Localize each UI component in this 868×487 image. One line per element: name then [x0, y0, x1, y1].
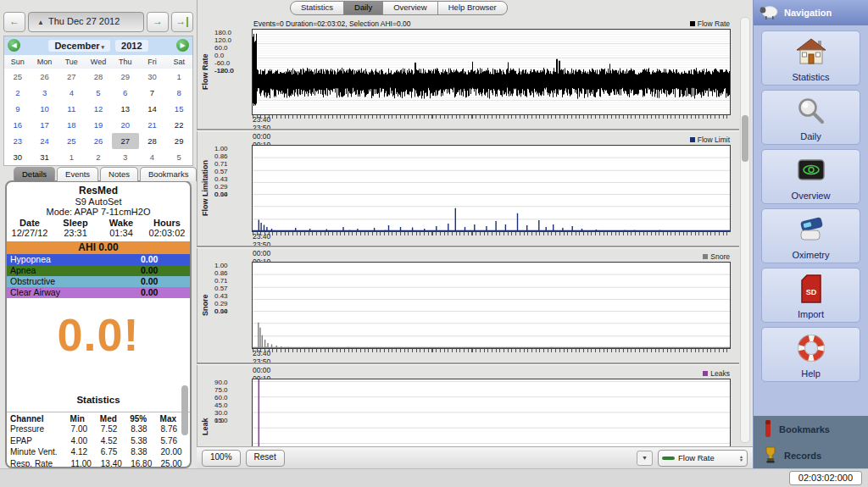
session-header: Date	[7, 218, 53, 228]
tab-overview[interactable]: Overview	[382, 1, 438, 15]
calendar-day[interactable]: 7	[139, 85, 166, 101]
weekday-label: Sat	[165, 55, 192, 69]
calendar-day[interactable]: 6	[112, 85, 139, 101]
calendar-day[interactable]: 15	[165, 101, 192, 117]
calendar-day[interactable]: 28	[139, 133, 166, 149]
prev-day-button[interactable]: ←	[3, 12, 25, 32]
month-select[interactable]: December	[48, 40, 110, 52]
calendar-day[interactable]: 4	[139, 149, 166, 165]
graph-line-swatch-icon	[662, 457, 675, 460]
calendar-day[interactable]: 1	[58, 149, 85, 165]
calendar-day[interactable]: 4	[58, 85, 85, 101]
calendar-day[interactable]: 31	[31, 149, 58, 165]
details-scrollbar-thumb[interactable]	[181, 385, 188, 435]
x-tick-label: 23:40	[253, 349, 730, 357]
calendar-day[interactable]: 13	[112, 101, 139, 117]
prev-month-icon[interactable]: ◀	[8, 39, 20, 52]
tab-bookmarks[interactable]: Bookmarks	[140, 167, 198, 181]
calendar-day[interactable]: 12	[85, 101, 112, 117]
calendar-day[interactable]: 14	[139, 101, 166, 117]
calendar-day[interactable]: 27	[58, 69, 85, 85]
calendar-day[interactable]: 9	[4, 101, 31, 117]
calendar-day[interactable]: 29	[165, 133, 192, 149]
sd-card-icon: SD	[800, 268, 822, 309]
date-field[interactable]: ▲Thu Dec 27 2012	[28, 12, 144, 32]
calendar-day[interactable]: 24	[31, 133, 58, 149]
nav-button-label: Oximetry	[793, 250, 830, 260]
year-select[interactable]: 2012	[115, 40, 147, 52]
stats-value: 7.00	[70, 423, 100, 434]
sidebar-sections: BookmarksRecords	[754, 416, 868, 468]
calendar-day[interactable]: 25	[4, 69, 31, 85]
calendar-day[interactable]: 19	[85, 117, 112, 133]
chart-plot[interactable]	[252, 145, 731, 232]
calendar-day[interactable]: 16	[4, 117, 31, 133]
graphs-scrollbar-thumb[interactable]	[742, 115, 748, 162]
latest-day-button[interactable]: →|	[171, 12, 193, 32]
nav-button-oximetry[interactable]: Oximetry	[761, 208, 860, 263]
section-bookmarks[interactable]: Bookmarks	[754, 416, 868, 442]
chart-plot[interactable]	[252, 29, 731, 115]
calendar-day[interactable]: 2	[85, 149, 112, 165]
nav-button-statistics[interactable]: Statistics	[761, 30, 860, 86]
graphs-scrollbar[interactable]	[740, 17, 750, 443]
calendar-day[interactable]: 25	[58, 133, 85, 149]
nav-button-overview[interactable]: Overview	[761, 149, 860, 204]
machine-mode: Mode: APAP 7-11cmH2O	[7, 207, 190, 217]
calendar-day[interactable]: 28	[85, 69, 112, 85]
tab-statistics[interactable]: Statistics	[290, 1, 344, 15]
stats-col-header: Channel	[7, 414, 70, 423]
stats-value: 8.38	[130, 423, 159, 434]
calendar-day[interactable]: 11	[58, 101, 85, 117]
calendar-day[interactable]: 8	[165, 85, 192, 101]
calendar-day[interactable]: 20	[112, 117, 139, 133]
tab-daily[interactable]: Daily	[343, 1, 383, 15]
calendar-day[interactable]: 10	[31, 101, 58, 117]
calendar-day[interactable]: 2	[4, 85, 31, 101]
calendar-day[interactable]: 21	[139, 117, 166, 133]
session-duration-readout: 02:03:02:000	[789, 471, 862, 485]
nav-button-import[interactable]: SDImport	[761, 268, 860, 323]
zoom-100-button[interactable]: 100%	[202, 450, 241, 467]
tab-help-browser[interactable]: Help Browser	[437, 1, 508, 15]
reset-button[interactable]: Reset	[246, 450, 285, 467]
graph-filter-dropdown-icon[interactable]: ▼	[637, 451, 653, 466]
tab-details[interactable]: Details	[14, 167, 55, 181]
calendar-day[interactable]: 29	[112, 69, 139, 85]
calendar-day[interactable]: 26	[31, 69, 58, 85]
monitor-eye-icon	[796, 150, 826, 191]
chart-plot[interactable]	[252, 262, 731, 349]
y-tick-label: 120.0	[214, 36, 252, 44]
detail-tabs: DetailsEventsNotesBookmarks	[14, 167, 197, 181]
calendar-day[interactable]: 3	[112, 149, 139, 165]
calendar-day[interactable]: 27	[112, 133, 139, 149]
stats-value: 4.52	[100, 435, 130, 446]
calendar-day[interactable]: 1	[165, 69, 192, 85]
calendar-day[interactable]: 17	[31, 117, 58, 133]
date-label: Thu Dec 27 2012	[48, 16, 120, 26]
chart-body: Flow Rate180.0120.060.00.0-60.0-120.0-18…	[201, 29, 731, 115]
calendar-day[interactable]: 22	[165, 117, 192, 133]
chart-legend: Leaks	[703, 369, 730, 378]
calendar-day[interactable]: 23	[4, 133, 31, 149]
nav-button-daily[interactable]: Daily	[761, 90, 860, 145]
calendar-day[interactable]: 5	[165, 149, 192, 165]
details-scrollbar[interactable]	[181, 185, 188, 463]
calendar-day[interactable]: 3	[31, 85, 58, 101]
calendar-day[interactable]: 18	[58, 117, 85, 133]
calendar-header: ◀ December 2012 ▶	[4, 36, 192, 55]
calendar-day[interactable]: 30	[4, 149, 31, 165]
graph-select-combo[interactable]: Flow Rate ▲▼	[658, 450, 748, 467]
calendar-day[interactable]: 5	[85, 85, 112, 101]
tab-notes[interactable]: Notes	[100, 167, 138, 181]
tab-events[interactable]: Events	[57, 167, 98, 181]
calendar-day[interactable]: 26	[85, 133, 112, 149]
x-axis-ticks: 23:4023:5000:0000:1000:2000:3000:4000:50…	[253, 115, 730, 129]
nav-button-help[interactable]: Help	[761, 327, 860, 382]
calendar-day[interactable]: 30	[139, 69, 166, 85]
next-month-icon[interactable]: ▶	[176, 39, 189, 52]
next-day-button[interactable]: →	[147, 12, 169, 32]
section-records[interactable]: Records	[754, 442, 868, 468]
stats-value: 5.38	[130, 435, 159, 446]
stats-row: EPAP4.004.525.385.76	[7, 435, 190, 446]
